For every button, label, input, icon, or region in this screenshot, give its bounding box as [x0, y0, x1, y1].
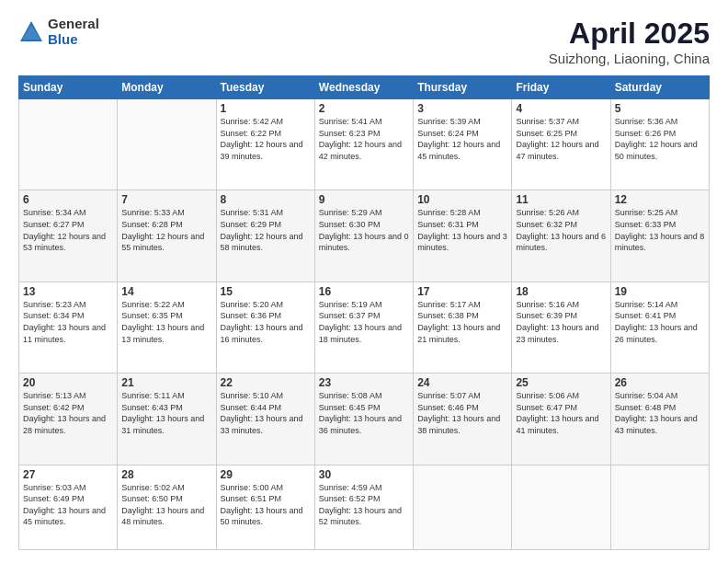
title-block: April 2025 Suizhong, Liaoning, China [549, 17, 710, 66]
calendar-day-cell: 11Sunrise: 5:26 AM Sunset: 6:32 PM Dayli… [512, 190, 610, 282]
day-info: Sunrise: 5:42 AM Sunset: 6:22 PM Dayligh… [221, 116, 311, 162]
calendar-day-cell [118, 99, 216, 190]
logo-icon [18, 19, 44, 45]
calendar-day-cell: 1Sunrise: 5:42 AM Sunset: 6:22 PM Daylig… [216, 99, 314, 190]
day-number: 18 [516, 285, 606, 298]
calendar-day-cell: 21Sunrise: 5:11 AM Sunset: 6:43 PM Dayli… [118, 373, 216, 465]
day-number: 10 [417, 193, 507, 206]
logo-general-text: General [48, 17, 99, 32]
day-info: Sunrise: 5:11 AM Sunset: 6:43 PM Dayligh… [121, 390, 211, 436]
col-tuesday: Tuesday [216, 76, 314, 99]
logo-blue-text: Blue [48, 32, 99, 48]
day-info: Sunrise: 5:06 AM Sunset: 6:47 PM Dayligh… [516, 390, 606, 436]
calendar-day-cell: 20Sunrise: 5:13 AM Sunset: 6:42 PM Dayli… [19, 373, 118, 465]
day-info: Sunrise: 5:36 AM Sunset: 6:26 PM Dayligh… [615, 116, 705, 162]
day-info: Sunrise: 5:04 AM Sunset: 6:48 PM Dayligh… [615, 390, 705, 436]
day-number: 15 [221, 285, 311, 298]
col-wednesday: Wednesday [314, 76, 413, 99]
day-info: Sunrise: 5:28 AM Sunset: 6:31 PM Dayligh… [417, 207, 507, 253]
calendar-day-cell [610, 465, 709, 549]
calendar-day-cell: 14Sunrise: 5:22 AM Sunset: 6:35 PM Dayli… [118, 282, 216, 373]
day-number: 9 [319, 193, 409, 206]
day-info: Sunrise: 5:13 AM Sunset: 6:42 PM Dayligh… [23, 390, 113, 436]
col-monday: Monday [118, 76, 216, 99]
day-number: 7 [121, 193, 211, 206]
day-number: 26 [615, 376, 705, 389]
calendar-day-cell: 10Sunrise: 5:28 AM Sunset: 6:31 PM Dayli… [414, 190, 512, 282]
calendar-week-row: 13Sunrise: 5:23 AM Sunset: 6:34 PM Dayli… [19, 282, 710, 373]
calendar-day-cell: 12Sunrise: 5:25 AM Sunset: 6:33 PM Dayli… [610, 190, 709, 282]
calendar-day-cell: 24Sunrise: 5:07 AM Sunset: 6:46 PM Dayli… [414, 373, 512, 465]
calendar-day-cell: 6Sunrise: 5:34 AM Sunset: 6:27 PM Daylig… [19, 190, 118, 282]
day-number: 24 [417, 376, 507, 389]
calendar-day-cell: 18Sunrise: 5:16 AM Sunset: 6:39 PM Dayli… [512, 282, 610, 373]
col-thursday: Thursday [414, 76, 512, 99]
day-info: Sunrise: 4:59 AM Sunset: 6:52 PM Dayligh… [319, 482, 409, 528]
calendar-header-row: Sunday Monday Tuesday Wednesday Thursday… [19, 76, 710, 99]
day-number: 3 [417, 102, 507, 115]
day-number: 5 [615, 102, 705, 115]
day-info: Sunrise: 5:33 AM Sunset: 6:28 PM Dayligh… [121, 207, 211, 253]
day-number: 11 [516, 193, 606, 206]
day-number: 28 [121, 468, 211, 481]
calendar-day-cell: 17Sunrise: 5:17 AM Sunset: 6:38 PM Dayli… [414, 282, 512, 373]
day-number: 13 [23, 285, 113, 298]
calendar-day-cell: 13Sunrise: 5:23 AM Sunset: 6:34 PM Dayli… [19, 282, 118, 373]
day-info: Sunrise: 5:31 AM Sunset: 6:29 PM Dayligh… [221, 207, 311, 253]
day-info: Sunrise: 5:34 AM Sunset: 6:27 PM Dayligh… [23, 207, 113, 253]
day-info: Sunrise: 5:02 AM Sunset: 6:50 PM Dayligh… [121, 482, 211, 528]
day-info: Sunrise: 5:16 AM Sunset: 6:39 PM Dayligh… [516, 299, 606, 345]
calendar-day-cell: 26Sunrise: 5:04 AM Sunset: 6:48 PM Dayli… [610, 373, 709, 465]
day-info: Sunrise: 5:00 AM Sunset: 6:51 PM Dayligh… [221, 482, 311, 528]
calendar-day-cell: 29Sunrise: 5:00 AM Sunset: 6:51 PM Dayli… [216, 465, 314, 549]
calendar-day-cell: 3Sunrise: 5:39 AM Sunset: 6:24 PM Daylig… [414, 99, 512, 190]
day-info: Sunrise: 5:29 AM Sunset: 6:30 PM Dayligh… [319, 207, 409, 253]
day-info: Sunrise: 5:14 AM Sunset: 6:41 PM Dayligh… [615, 299, 705, 345]
day-info: Sunrise: 5:20 AM Sunset: 6:36 PM Dayligh… [221, 299, 311, 345]
calendar-week-row: 20Sunrise: 5:13 AM Sunset: 6:42 PM Dayli… [19, 373, 710, 465]
day-number: 4 [516, 102, 606, 115]
day-number: 30 [319, 468, 409, 481]
day-number: 2 [319, 102, 409, 115]
logo-text: General Blue [48, 17, 99, 47]
calendar-day-cell: 5Sunrise: 5:36 AM Sunset: 6:26 PM Daylig… [610, 99, 709, 190]
day-info: Sunrise: 5:19 AM Sunset: 6:37 PM Dayligh… [319, 299, 409, 345]
day-number: 1 [221, 102, 311, 115]
calendar-day-cell: 19Sunrise: 5:14 AM Sunset: 6:41 PM Dayli… [610, 282, 709, 373]
day-info: Sunrise: 5:07 AM Sunset: 6:46 PM Dayligh… [417, 390, 507, 436]
calendar-day-cell: 9Sunrise: 5:29 AM Sunset: 6:30 PM Daylig… [314, 190, 413, 282]
day-info: Sunrise: 5:08 AM Sunset: 6:45 PM Dayligh… [319, 390, 409, 436]
col-sunday: Sunday [19, 76, 118, 99]
calendar-day-cell [414, 465, 512, 549]
title-month: April 2025 [549, 17, 710, 51]
page: General Blue April 2025 Suizhong, Liaoni… [0, 0, 728, 563]
day-number: 16 [319, 285, 409, 298]
calendar-day-cell: 22Sunrise: 5:10 AM Sunset: 6:44 PM Dayli… [216, 373, 314, 465]
day-info: Sunrise: 5:10 AM Sunset: 6:44 PM Dayligh… [221, 390, 311, 436]
day-number: 23 [319, 376, 409, 389]
day-info: Sunrise: 5:39 AM Sunset: 6:24 PM Dayligh… [417, 116, 507, 162]
day-number: 20 [23, 376, 113, 389]
day-number: 8 [221, 193, 311, 206]
calendar-day-cell: 27Sunrise: 5:03 AM Sunset: 6:49 PM Dayli… [19, 465, 118, 549]
calendar-day-cell [512, 465, 610, 549]
col-friday: Friday [512, 76, 610, 99]
day-number: 17 [417, 285, 507, 298]
day-number: 19 [615, 285, 705, 298]
day-number: 27 [23, 468, 113, 481]
title-location: Suizhong, Liaoning, China [549, 51, 710, 66]
calendar-day-cell: 16Sunrise: 5:19 AM Sunset: 6:37 PM Dayli… [314, 282, 413, 373]
calendar-day-cell: 28Sunrise: 5:02 AM Sunset: 6:50 PM Dayli… [118, 465, 216, 549]
svg-marker-1 [22, 25, 40, 40]
day-number: 14 [121, 285, 211, 298]
day-info: Sunrise: 5:37 AM Sunset: 6:25 PM Dayligh… [516, 116, 606, 162]
calendar-week-row: 27Sunrise: 5:03 AM Sunset: 6:49 PM Dayli… [19, 465, 710, 549]
day-info: Sunrise: 5:22 AM Sunset: 6:35 PM Dayligh… [121, 299, 211, 345]
day-number: 6 [23, 193, 113, 206]
day-info: Sunrise: 5:17 AM Sunset: 6:38 PM Dayligh… [417, 299, 507, 345]
col-saturday: Saturday [610, 76, 709, 99]
calendar-day-cell: 4Sunrise: 5:37 AM Sunset: 6:25 PM Daylig… [512, 99, 610, 190]
day-info: Sunrise: 5:25 AM Sunset: 6:33 PM Dayligh… [615, 207, 705, 253]
calendar-table: Sunday Monday Tuesday Wednesday Thursday… [18, 75, 710, 550]
day-info: Sunrise: 5:41 AM Sunset: 6:23 PM Dayligh… [319, 116, 409, 162]
